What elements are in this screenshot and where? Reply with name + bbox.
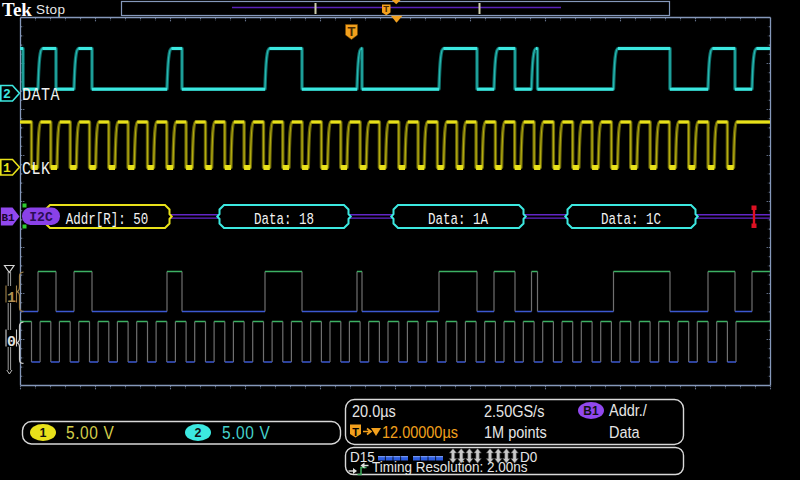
- svg-text:B1: B1: [1, 212, 15, 224]
- svg-text:1: 1: [40, 426, 47, 440]
- svg-text:T: T: [348, 24, 356, 39]
- svg-text:Data: 1A: Data: 1A: [428, 210, 488, 228]
- svg-text:B1: B1: [583, 404, 599, 418]
- svg-text:Timing Resolution: 2.00ns: Timing Resolution: 2.00ns: [372, 458, 528, 475]
- svg-text:2: 2: [195, 426, 202, 440]
- svg-text:T: T: [352, 426, 359, 438]
- svg-text:T: T: [383, 3, 389, 14]
- svg-text:DATA: DATA: [22, 84, 60, 105]
- svg-text:1M points: 1M points: [484, 423, 547, 441]
- svg-text:I2C: I2C: [29, 210, 53, 225]
- svg-text:Data: 18: Data: 18: [254, 210, 314, 228]
- svg-text:Tek: Tek: [2, 0, 32, 20]
- svg-text:12.00000µs: 12.00000µs: [382, 423, 458, 441]
- svg-text:2.50GS/s: 2.50GS/s: [484, 402, 544, 420]
- svg-text:1: 1: [3, 161, 11, 176]
- svg-text:0: 0: [7, 334, 16, 351]
- svg-text:CLK: CLK: [22, 158, 51, 179]
- svg-text:Addr[R]: 50: Addr[R]: 50: [66, 210, 148, 228]
- svg-text:Data: Data: [609, 423, 640, 441]
- svg-text:1: 1: [7, 290, 16, 307]
- svg-text:Addr./: Addr./: [609, 401, 647, 419]
- svg-text:2: 2: [3, 87, 11, 102]
- svg-text:20.0µs: 20.0µs: [352, 402, 396, 420]
- svg-text:Data: 1C: Data: 1C: [601, 210, 661, 228]
- svg-text:5.00 V: 5.00 V: [222, 422, 271, 442]
- svg-text:Stop: Stop: [36, 2, 65, 17]
- svg-text:5.00 V: 5.00 V: [66, 422, 115, 442]
